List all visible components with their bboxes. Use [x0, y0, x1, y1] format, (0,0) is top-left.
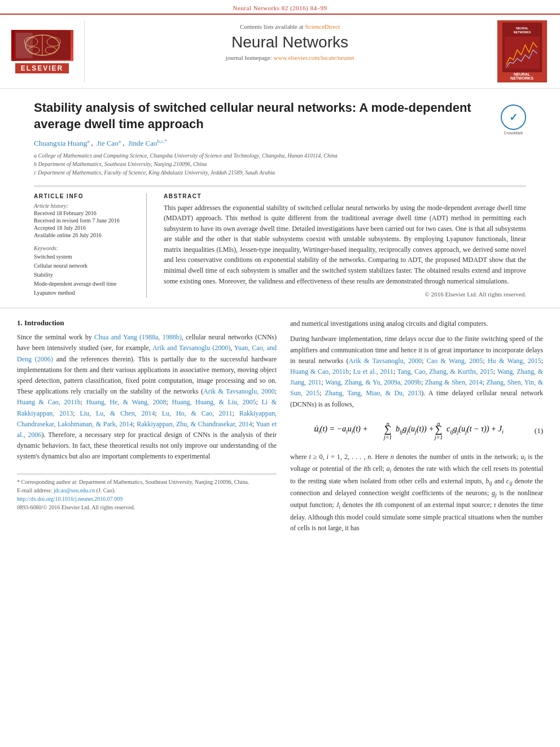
- right-para-3: where t ≥ 0, i = 1, 2, . . . , n. Here n…: [290, 452, 543, 534]
- equation-1-content: u̇i(t) = −aiui(t) + n ∑ j=1 bijgj(uj(t))…: [290, 416, 526, 446]
- ref-huang-he[interactable]: Huang, He, & Wang, 2008: [86, 398, 167, 406]
- equation-1-svg: u̇i(t) = −aiui(t) + n ∑ j=1 bijgj(uj(t))…: [312, 416, 504, 444]
- right-column: and numerical investigations using analo…: [290, 318, 543, 538]
- svg-text:j=1: j=1: [434, 434, 443, 440]
- ref-rakki2[interactable]: Rakkiyappan, Zhu, & Chandrasekar, 2014: [137, 420, 252, 428]
- section-divider: [0, 308, 560, 308]
- svg-text:j=1: j=1: [383, 434, 392, 440]
- author-3-link[interactable]: Jinde Caob,c,*: [128, 139, 167, 147]
- keyword-3: Stability: [34, 270, 138, 279]
- article-title: Stability analysis of switched cellular …: [34, 100, 526, 132]
- ref-wang-zhang2[interactable]: Wang, Zhang, & Yu, 2009a, 2009b: [325, 378, 421, 386]
- left-column: 1. Introduction Since the seminal work b…: [17, 318, 277, 538]
- received-revised-date: Received in revised form 7 June 2016: [34, 217, 138, 224]
- keyword-5: Lyapunov method: [34, 289, 138, 298]
- keyword-4: Mode-dependent average dwell time: [34, 279, 138, 289]
- svg-text:u̇i(t) = −aiui(t) +: u̇i(t) = −aiui(t) +: [313, 425, 368, 435]
- ref-chua-yang[interactable]: Chua and Yang (1988a, 1988b): [94, 333, 182, 341]
- author-2-link[interactable]: Jie Caoa: [97, 139, 123, 147]
- ref-zhang-shen[interactable]: Zhang & Shen, 2014: [425, 378, 483, 386]
- journal-thumbnail: NEURAL NETWORKS: [495, 20, 549, 82]
- ref-arik[interactable]: Arik and Tavsanoglu (2000): [152, 344, 230, 352]
- right-para-1: and numerical investigations using analo…: [290, 318, 543, 329]
- crossmark-icon: ✓: [501, 104, 526, 130]
- journal-url[interactable]: www.elsevier.com/locate/neunet: [274, 54, 355, 61]
- ref-huang-cao[interactable]: Huang & Cao, 2011b: [17, 398, 81, 406]
- author-1-link[interactable]: Chuangxia Huanga: [34, 139, 91, 147]
- svg-text:NETWORKS: NETWORKS: [513, 30, 531, 34]
- abstract-heading: ABSTRACT: [164, 193, 526, 199]
- ref-arik3[interactable]: Arik & Tavsanoglu, 2000: [349, 357, 422, 365]
- footnote-email-line: E-mail address: jdcao@seu.edu.cn (J. Cao…: [17, 486, 277, 495]
- ref-lu2[interactable]: Lu et al., 2011: [353, 368, 393, 375]
- footnote-doi: http://dx.doi.org/10.1016/j.neunet.2016.…: [17, 495, 277, 503]
- affiliation-c: c Department of Mathematics, Faculty of …: [34, 168, 526, 177]
- footnote-email-suffix: (J. Cao).: [97, 487, 116, 493]
- svg-text:∑: ∑: [384, 423, 392, 435]
- ref-hu-wang[interactable]: Hu & Wang, 2015: [488, 357, 541, 365]
- footnote-email-label: E-mail address:: [17, 487, 52, 493]
- footnote-email-link[interactable]: jdcao@seu.edu.cn: [54, 487, 95, 493]
- received-date: Received 18 February 2016: [34, 210, 138, 216]
- journal-title-display: Neural Networks: [96, 33, 484, 51]
- ref-tang[interactable]: Tang, Cao, Zhang, & Kurths, 2015: [397, 368, 493, 375]
- keyword-1: Switched system: [34, 252, 138, 261]
- ref-huang-cao2[interactable]: Huang & Cao, 2011b: [290, 368, 349, 375]
- available-date: Available online 26 July 2016: [34, 232, 138, 238]
- abstract-column: ABSTRACT This paper addresses the expone…: [164, 193, 526, 298]
- sciencedirect-link[interactable]: ScienceDirect: [305, 23, 340, 30]
- footnote-area: * Corresponding author at: Department of…: [17, 474, 277, 512]
- journal-cover-image: NEURAL NETWORKS: [497, 20, 547, 82]
- elsevier-tree-logo: [11, 30, 73, 61]
- equation-1-line: u̇i(t) = −aiui(t) + n ∑ j=1 bijgj(uj(t))…: [290, 416, 543, 446]
- ref-yuan[interactable]: Yuan, Cao, and Deng (2006): [17, 344, 277, 362]
- footnote-corresponding: * Corresponding author at: Department of…: [17, 478, 277, 486]
- article-info-abstract-row: ARTICLE INFO Article history: Received 1…: [34, 186, 526, 298]
- article-info-column: ARTICLE INFO Article history: Received 1…: [34, 193, 147, 298]
- intro-paragraph-1: Since the seminal work by Chua and Yang …: [17, 332, 277, 462]
- footnote-issn: 0893-6080/© 2016 Elsevier Ltd. All right…: [17, 503, 277, 512]
- main-content-area: 1. Introduction Since the seminal work b…: [0, 318, 560, 538]
- article-info-heading: ARTICLE INFO: [34, 193, 138, 199]
- svg-text:bijgj(uj(t)) +: bijgj(uj(t)) +: [396, 425, 434, 435]
- accepted-date: Accepted 18 July 2016: [34, 225, 138, 231]
- journal-citation: Neural Networks 82 (2016) 84–99: [0, 0, 560, 14]
- crossmark-container: ✓ CrossMark: [501, 104, 526, 135]
- abstract-text: This paper addresses the exponential sta…: [164, 203, 526, 287]
- ref-liu[interactable]: Liu, Lu, & Chen, 2014: [80, 409, 155, 417]
- keywords-label: Keywords:: [34, 245, 138, 251]
- journal-center-header: Contents lists available at ScienceDirec…: [96, 20, 484, 82]
- elsevier-logo: ELSEVIER: [11, 20, 85, 82]
- svg-text:NEURAL: NEURAL: [516, 27, 529, 30]
- copyright-notice: © 2016 Elsevier Ltd. All rights reserved…: [164, 291, 526, 298]
- right-para-2: During hardware implementation, time del…: [290, 334, 543, 409]
- elsevier-wordmark: ELSEVIER: [15, 63, 69, 73]
- svg-text:∑: ∑: [435, 423, 443, 435]
- ref-cao-wang[interactable]: Cao & Wang, 2005: [427, 357, 483, 365]
- keywords-section: Keywords: Switched system Cellular neura…: [34, 245, 138, 298]
- intro-heading: 1. Introduction: [17, 318, 277, 327]
- publisher-header: ELSEVIER Contents lists available at Sci…: [0, 14, 560, 89]
- contents-line: Contents lists available at ScienceDirec…: [96, 23, 484, 30]
- ref-lu[interactable]: Lu, Ho, & Cao, 2011: [162, 409, 233, 417]
- crossmark-label: CrossMark: [501, 131, 526, 135]
- doi-link[interactable]: http://dx.doi.org/10.1016/j.neunet.2016.…: [17, 496, 123, 502]
- ref-arik2[interactable]: Arik & Tavsanoglu, 2000: [203, 387, 275, 395]
- equation-1-number: (1): [526, 426, 543, 435]
- affiliations: a College of Mathematics and Computing S…: [34, 151, 526, 177]
- svg-text:cijgj(uj(t − τ)) + Ji: cijgj(uj(t − τ)) + Ji: [447, 425, 504, 435]
- journal-homepage: journal homepage: www.elsevier.com/locat…: [96, 54, 484, 61]
- article-area: ✓ CrossMark Stability analysis of switch…: [0, 89, 560, 298]
- affiliation-b: b Department of Mathematics, Southeast U…: [34, 160, 526, 168]
- ref-huang-liu[interactable]: Huang, Huang, & Liu, 2005: [172, 398, 256, 406]
- history-label: Article history:: [34, 203, 138, 209]
- ref-zhang-tang[interactable]: Zhang, Tang, Miao, & Du, 2013: [325, 389, 422, 397]
- affiliation-a: a College of Mathematics and Computing S…: [34, 151, 526, 160]
- authors-line: Chuangxia Huanga , Jie Caoa , Jinde Caob…: [34, 138, 526, 147]
- keyword-2: Cellular neural network: [34, 261, 138, 270]
